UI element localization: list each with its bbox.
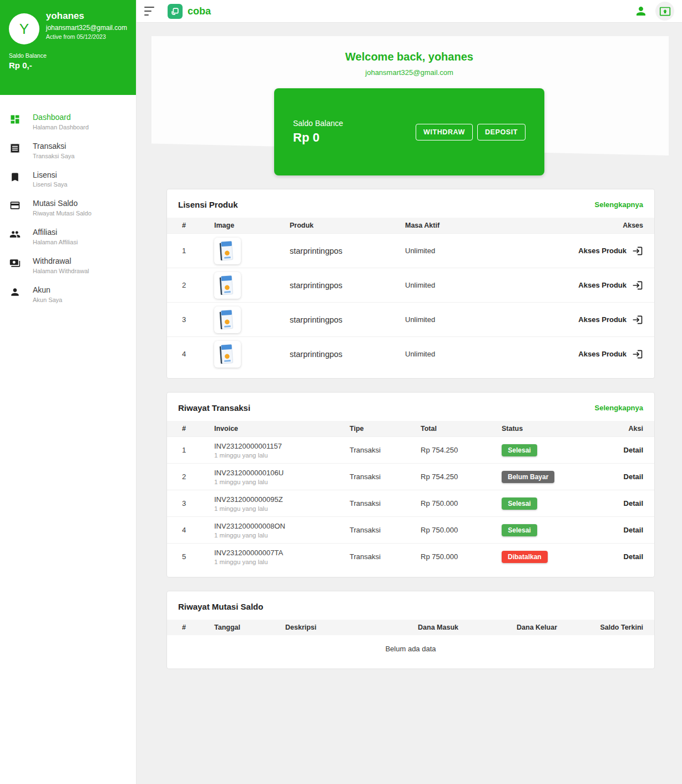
- invoice-number: INV231200000007TA: [214, 549, 346, 557]
- payments-icon: [9, 258, 21, 269]
- detail-link[interactable]: Detail: [599, 552, 643, 561]
- account-icon[interactable]: [634, 4, 648, 18]
- card-title: Riwayat Mutasi Saldo: [178, 602, 263, 611]
- product-name: starprintingpos: [286, 315, 401, 324]
- card-title: Lisensi Produk: [178, 200, 238, 209]
- product-name: starprintingpos: [286, 247, 401, 255]
- col-header: Image: [210, 222, 286, 229]
- table-row: 3 INV2312000000095Z1 minggu yang lalu Tr…: [167, 490, 654, 516]
- transaksi-more-link[interactable]: Selengkapnya: [595, 404, 643, 412]
- col-header: Masa Aktif: [401, 222, 543, 229]
- table-row: 1 INV231200000011571 minggu yang lalu Tr…: [167, 436, 654, 463]
- present-to-all-button[interactable]: [655, 2, 674, 21]
- brand[interactable]: coba: [168, 4, 211, 19]
- total: Rp 750.000: [417, 552, 498, 561]
- invoice-number: INV23120000001157: [214, 442, 346, 450]
- detail-link[interactable]: Detail: [599, 473, 643, 481]
- row-number: 4: [178, 350, 210, 358]
- credit-card-icon: [9, 200, 21, 211]
- sidebar-item-sub: Akun Saya: [33, 296, 62, 303]
- table-row: 2 INV2312000000106U1 minggu yang lalu Tr…: [167, 463, 654, 490]
- receipt-icon: [9, 143, 21, 154]
- row-number: 1: [178, 446, 210, 454]
- col-header: Produk: [286, 222, 401, 229]
- col-header: Invoice: [210, 425, 346, 433]
- status-badge: Belum Bayar: [502, 471, 554, 483]
- sidebar-item-label: Mutasi Saldo: [33, 199, 92, 208]
- col-header: Status: [498, 425, 599, 433]
- masa-aktif: Unlimited: [401, 281, 543, 289]
- sidebar-item-dashboard[interactable]: Dashboard Halaman Dashboard: [0, 107, 136, 136]
- col-header: #: [178, 222, 210, 229]
- mutasi-table-header: # Tanggal Deskripsi Dana Masuk Dana Kelu…: [167, 620, 654, 635]
- tipe: Transaksi: [346, 499, 417, 507]
- sidebar-item-label: Lisensi: [33, 170, 67, 180]
- balance-card-value: Rp 0: [293, 130, 343, 145]
- sidebar-item-label: Withdrawal: [33, 257, 89, 266]
- product-image: [214, 306, 241, 333]
- akses-produk-label: Akses Produk: [578, 350, 627, 358]
- table-row: 2 starprintingpos Unlimited Akses Produk: [167, 268, 654, 302]
- tipe: Transaksi: [346, 526, 417, 534]
- sidebar-item-sub: Halaman Withdrawal: [33, 268, 89, 274]
- sidebar-menu: Dashboard Halaman Dashboard Transaksi Tr…: [0, 95, 136, 309]
- table-row: 5 INV231200000007TA1 minggu yang lalu Tr…: [167, 543, 654, 570]
- col-header: Saldo Terkini: [557, 624, 643, 631]
- profile-name: yohanes: [46, 10, 127, 23]
- total: Rp 750.000: [417, 499, 498, 507]
- col-header: Tanggal: [210, 624, 281, 631]
- akses-produk-label: Akses Produk: [578, 315, 627, 324]
- product-image: [214, 238, 241, 264]
- invoice-time: 1 minggu yang lalu: [214, 452, 346, 459]
- welcome-section: Welcome back, yohanes johansmart325@gmai…: [137, 23, 682, 175]
- akses-produk-link[interactable]: Akses Produk: [543, 280, 643, 291]
- sidebar-item-sub: Transaksi Saya: [33, 153, 74, 159]
- sidebar-item-withdrawal[interactable]: Withdrawal Halaman Withdrawal: [0, 251, 136, 280]
- detail-link[interactable]: Detail: [599, 526, 643, 534]
- tipe: Transaksi: [346, 473, 417, 481]
- col-header: Akses: [543, 222, 643, 229]
- present-to-all-icon: [659, 6, 671, 17]
- lisensi-more-link[interactable]: Selengkapnya: [595, 200, 643, 209]
- product-image: [214, 272, 241, 299]
- col-header: #: [178, 624, 210, 631]
- login-icon: [632, 349, 643, 360]
- sidebar-item-mutasi-saldo[interactable]: Mutasi Saldo Riwayat Mutasi Saldo: [0, 193, 136, 222]
- deposit-button[interactable]: DEPOSIT: [477, 124, 526, 140]
- sidebar-item-label: Akun: [33, 285, 62, 295]
- card-title: Riwayat Transaksi: [178, 403, 250, 413]
- group-icon: [9, 229, 21, 240]
- row-number: 1: [178, 247, 210, 255]
- app-title: coba: [188, 6, 211, 17]
- detail-link[interactable]: Detail: [599, 499, 643, 507]
- sidebar-item-transaksi[interactable]: Transaksi Transaksi Saya: [0, 136, 136, 165]
- content: Welcome back, yohanes johansmart325@gmai…: [137, 23, 682, 784]
- balance-card: Saldo Balance Rp 0 WITHDRAW DEPOSIT: [274, 88, 544, 175]
- invoice-number: INV2312000000095Z: [214, 495, 346, 504]
- sidebar-item-affiliasi[interactable]: Affiliasi Halaman Affiliasi: [0, 222, 136, 251]
- main-area: coba Welcome back, yohanes johansmart325…: [137, 0, 682, 784]
- akses-produk-link[interactable]: Akses Produk: [543, 314, 643, 325]
- riwayat-transaksi-card: Riwayat Transaksi Selengkapnya # Invoice…: [166, 392, 655, 577]
- login-icon: [632, 314, 643, 325]
- sidebar-item-lisensi[interactable]: Lisensi Lisensi Saya: [0, 165, 136, 194]
- riwayat-mutasi-saldo-card: Riwayat Mutasi Saldo # Tanggal Deskripsi…: [166, 591, 655, 669]
- balance-card-label: Saldo Balance: [293, 119, 343, 128]
- status-badge: Selesai: [502, 524, 537, 536]
- row-number: 3: [178, 315, 210, 324]
- akses-produk-link[interactable]: Akses Produk: [543, 245, 643, 257]
- profile-email: johansmart325@gmail.com: [46, 23, 127, 33]
- invoice-time: 1 minggu yang lalu: [214, 559, 346, 565]
- table-row: 3 starprintingpos Unlimited Akses Produk: [167, 302, 654, 336]
- login-icon: [632, 280, 643, 291]
- tipe: Transaksi: [346, 552, 417, 561]
- withdraw-button[interactable]: WITHDRAW: [416, 124, 473, 140]
- status-badge: Selesai: [502, 444, 537, 456]
- menu-toggle-icon[interactable]: [144, 7, 155, 16]
- sidebar-item-akun[interactable]: Akun Akun Saya: [0, 280, 136, 309]
- akses-produk-link[interactable]: Akses Produk: [543, 349, 643, 360]
- detail-link[interactable]: Detail: [599, 446, 643, 454]
- topbar: coba: [137, 0, 682, 23]
- masa-aktif: Unlimited: [401, 350, 543, 358]
- product-image: [214, 341, 241, 368]
